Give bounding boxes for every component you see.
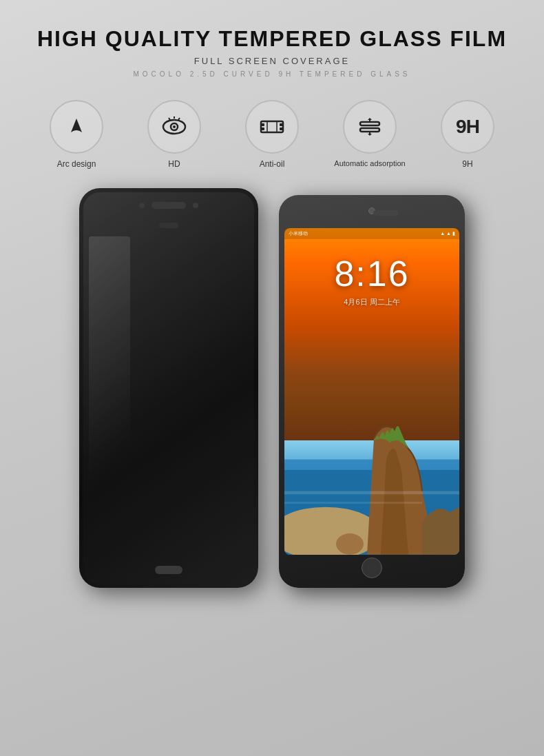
smartphone: 小米移动 ▲ ▲ ▮ 8:16 4月6日 周二上午 bbox=[279, 195, 465, 588]
feature-anti-oil: Anti-oil bbox=[234, 100, 310, 169]
phone-screen: 小米移动 ▲ ▲ ▮ 8:16 4月6日 周二上午 bbox=[284, 228, 459, 555]
phone-speaker bbox=[373, 210, 398, 216]
feature-arc-circle bbox=[50, 100, 103, 154]
feature-hd-circle bbox=[147, 100, 201, 154]
svg-marker-16 bbox=[368, 118, 372, 120]
phone-date: 4月6日 周二上午 bbox=[344, 297, 399, 307]
glass-shine bbox=[89, 236, 130, 553]
carrier-label: 小米移动 bbox=[289, 230, 308, 237]
svg-rect-24 bbox=[284, 502, 422, 504]
svg-rect-13 bbox=[360, 122, 379, 125]
svg-point-22 bbox=[336, 533, 364, 555]
main-title: HIGH QUALITY TEMPERED GLASS FILM bbox=[37, 26, 507, 52]
svg-rect-14 bbox=[360, 128, 379, 132]
status-bar: 小米移动 ▲ ▲ ▮ bbox=[284, 228, 459, 239]
glass-top-bar bbox=[139, 202, 198, 209]
glass-dot-right bbox=[193, 203, 198, 208]
glass-film bbox=[79, 188, 258, 588]
feature-9h-circle: 9H bbox=[441, 100, 494, 154]
feature-arc-design: Arc design bbox=[39, 100, 114, 169]
glass-dot-left bbox=[139, 203, 145, 208]
arc-icon bbox=[63, 113, 90, 141]
tagline: MOCOLO 2.5D CURVED 9H TEMPERED GLASS bbox=[37, 70, 507, 78]
svg-line-5 bbox=[178, 118, 180, 120]
feature-hd: HD bbox=[136, 100, 212, 169]
magnet-icon bbox=[356, 113, 384, 141]
svg-rect-7 bbox=[261, 123, 264, 126]
svg-rect-6 bbox=[261, 121, 283, 132]
eye-icon bbox=[160, 113, 188, 141]
feature-anti-oil-label: Anti-oil bbox=[260, 159, 285, 169]
svg-rect-10 bbox=[280, 127, 283, 130]
feature-9h-label: 9H bbox=[462, 159, 472, 169]
svg-rect-9 bbox=[280, 123, 283, 126]
landscape-svg bbox=[284, 375, 459, 555]
phone-wallpaper: 小米移动 ▲ ▲ ▮ 8:16 4月6日 周二上午 bbox=[284, 228, 459, 555]
subtitle: FULL SCREEN COVERAGE bbox=[37, 56, 507, 66]
feature-anti-oil-circle bbox=[245, 100, 299, 154]
feature-9h: 9H 9H bbox=[430, 100, 505, 169]
svg-rect-23 bbox=[284, 491, 459, 495]
glass-speaker bbox=[151, 202, 186, 209]
svg-rect-8 bbox=[261, 127, 264, 130]
features-row: Arc design HD bbox=[39, 100, 505, 169]
header-section: HIGH QUALITY TEMPERED GLASS FILM FULL SC… bbox=[37, 0, 507, 85]
feature-adsorption-circle bbox=[343, 100, 397, 154]
feature-arc-label: Arc design bbox=[57, 159, 96, 169]
feature-hd-label: HD bbox=[168, 159, 180, 169]
glass-speaker-small bbox=[159, 223, 178, 228]
phone-home-button bbox=[362, 558, 382, 578]
phone-time: 8:16 bbox=[334, 253, 409, 294]
glass-home-button bbox=[155, 566, 182, 574]
svg-line-4 bbox=[169, 118, 170, 120]
status-icons: ▲ ▲ ▮ bbox=[440, 231, 455, 236]
svg-point-2 bbox=[173, 125, 176, 128]
film-icon bbox=[258, 113, 286, 141]
svg-marker-18 bbox=[368, 134, 372, 136]
9h-icon: 9H bbox=[456, 116, 479, 138]
feature-auto-adsorption: Automatic adsorption bbox=[332, 100, 408, 167]
feature-adsorption-label: Automatic adsorption bbox=[334, 159, 405, 167]
products-section: 小米移动 ▲ ▲ ▮ 8:16 4月6日 周二上午 bbox=[0, 188, 544, 588]
